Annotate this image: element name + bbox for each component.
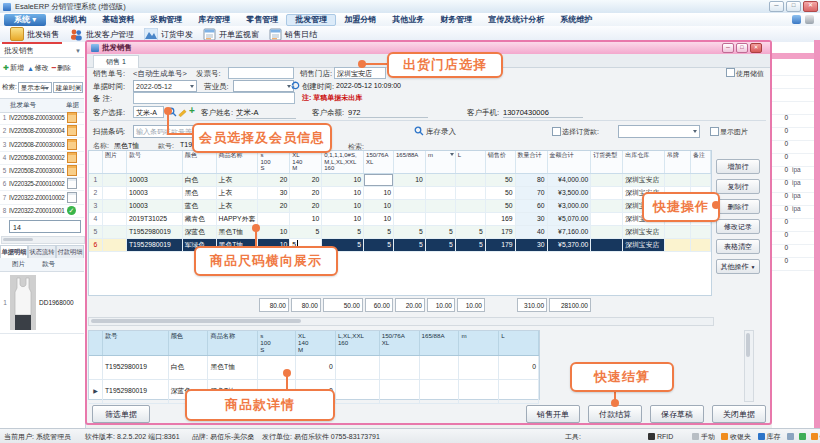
menu-item-6[interactable]: 零售管理 [238,14,286,26]
order-style-checkbox[interactable] [552,127,561,136]
status-screen-button[interactable] [799,433,808,440]
detail-column-header-3[interactable]: 商品名称 [208,331,258,355]
status-lock-button[interactable]: 锁屏 [811,432,820,442]
date-select[interactable]: 2022-05-12 [133,80,197,92]
detail-vscrollbar[interactable] [744,330,754,402]
clerk-select[interactable] [233,80,294,92]
sidebar-detail-row[interactable]: 1 DD1968000 [0,271,84,334]
window-close-button[interactable]: ✕ [803,1,818,12]
delete-row-button[interactable]: 删除行 [716,199,760,214]
column-header-8[interactable]: 150/76A XL [364,151,394,173]
invoice-input[interactable] [228,67,294,79]
dialog-close-button[interactable]: ✕ [750,43,762,53]
status-stock-search-button[interactable]: 库存 [758,432,781,442]
detail-table-row[interactable]: T1952980019白色黑色T恤00 [89,356,539,380]
menu-item-3[interactable]: 基础资料 [94,14,142,26]
column-header-1[interactable]: 图片 [103,151,127,173]
column-header-15[interactable]: 订货类型 [591,151,623,173]
tab-sale-1[interactable]: 销售 1 [93,55,139,68]
menu-item-5[interactable]: 库存管理 [190,14,238,26]
table-row[interactable]: 6T1952980019军绿色黑色T恤1055555517930¥5,370.0… [89,239,711,252]
column-header-12[interactable]: 销售价 [486,151,516,173]
detail-column-header-2[interactable]: 颜色 [169,331,209,355]
sidebar-edit-cell[interactable]: 14 [9,220,81,233]
filter-orders-button[interactable]: 筛选单据 [92,405,150,423]
sidebar-edit-button[interactable]: ▲修改 [27,63,49,73]
order-list-row[interactable]: 3IV220508-Z00030003 [0,138,84,152]
menu-item-11[interactable]: 宣传及统计分析 [480,14,552,26]
detail-column-header-5[interactable]: XL 140 M [296,331,336,355]
sidebar-sort-select[interactable]: 建单时间 [53,82,83,93]
toolbar-wholesale-sale[interactable]: 批发销售 [10,27,59,41]
column-header-7[interactable]: 0,1,1,1,0#S, M,L,XL,XXL 160 [322,151,364,173]
pay-settle-button[interactable]: 付款结算 [588,405,642,423]
status-rfid-button[interactable]: RFID [648,433,673,440]
toolbar-order-dispatch[interactable]: 订货申发 [144,28,193,41]
menu-item-2[interactable]: 组织机构 [46,14,94,26]
stock-entry-link[interactable]: 库存录入 [426,127,456,137]
dialog-minimize-button[interactable]: ─ [722,43,734,53]
sidebar-add-button[interactable]: ✚新增 [3,63,24,73]
status-grid-button[interactable] [787,433,796,440]
detail-column-header-9[interactable]: m [459,331,499,355]
sidebar-range-select[interactable]: 显示本年 [18,82,52,93]
detail-column-header-8[interactable]: 165/88A [420,331,460,355]
close-order-button[interactable]: 关闭单据 [712,405,766,423]
table-row[interactable]: 310003蓝色上衣202010105060¥3,000.00深圳宝安店 [89,200,711,213]
toolbar-wholesale-customer-mgmt[interactable]: 批发客户管理 [69,28,134,41]
add-row-button[interactable]: 增加行 [716,159,760,174]
column-header-5[interactable]: s 100 S [258,151,290,173]
column-header-14[interactable]: 金额合计 [548,151,592,173]
menu-item-1[interactable]: 系统 ▾ [4,14,46,26]
menu-item-9[interactable]: 其他业务 [384,14,432,26]
sidebar-tab-wholesale[interactable]: 批发销售 ▼ [0,44,84,58]
detail-column-header-1[interactable]: 款号 [103,331,169,355]
detail-column-header-6[interactable]: L,XL,XXL 160 [336,331,380,355]
detail-column-header-7[interactable]: 150/76A XL [380,331,420,355]
open-sale-button[interactable]: 销售开单 [526,405,580,423]
column-header-16[interactable]: 出库仓库 [623,151,665,173]
menu-item-12[interactable]: 系统维护 [552,14,600,26]
column-header-18[interactable]: 备注 [691,151,711,173]
menu-tool-icon-1[interactable] [792,15,801,24]
column-header-3[interactable]: 颜色 [183,151,217,173]
column-header-6[interactable]: XL 140 M [290,151,322,173]
edit-record-button[interactable]: 修改记录 [716,219,760,234]
column-header-2[interactable]: 款号 [127,151,183,173]
order-list-row[interactable]: 8IV220322-Z00010001✓ [0,204,84,218]
column-header-17[interactable]: 吊牌 [665,151,691,173]
menu-item-4[interactable]: 采购管理 [142,14,190,26]
column-header-4[interactable]: 商品名称 [217,151,259,173]
customer-add-icon[interactable]: + [189,105,195,116]
column-header-9[interactable]: 165/88A [394,151,426,173]
menu-item-8[interactable]: 加盟分销 [336,14,384,26]
sidebar-detail-tab-2[interactable]: 状态流转 [28,245,56,258]
table-row[interactable]: 42019T31025藏青色HAPPY外套10101016930¥5,070.0… [89,213,711,226]
more-actions-button[interactable]: 其他操作 ▼ [716,259,760,274]
customer-edit-icon[interactable] [178,107,188,117]
order-list-row[interactable]: 4IV220508-Z00030002 [0,151,84,165]
detail-column-header-4[interactable]: s 100 S [258,331,296,355]
clear-grid-button[interactable]: 表格清空 [716,239,760,254]
sidebar-detail-tab-1[interactable]: 单据明细 [0,245,28,258]
sync-icon[interactable] [291,81,300,90]
window-maximize-button[interactable]: □ [786,1,801,12]
save-draft-button[interactable]: 保存草稿 [650,405,704,423]
window-minimize-button[interactable]: ─ [769,1,784,12]
sidebar-detail-tab-3[interactable]: 付款明细 [56,245,84,258]
order-list-row[interactable]: 6IV220325-Z00010002 [0,177,84,191]
table-row[interactable]: 110003白色上衣202010105080¥4,000.00深圳宝安店 [89,174,711,187]
show-image-checkbox[interactable] [710,127,719,136]
dialog-maximize-button[interactable]: □ [736,43,748,53]
column-header-13[interactable]: 数量合计 [516,151,548,173]
order-list-row[interactable]: 2IV220508-Z00030004 [0,124,84,138]
memo-input[interactable] [133,92,295,104]
chevron-down-icon[interactable]: ▼ [75,48,81,54]
toolbar-billing-monitor[interactable]: 开单监视窗 [203,28,259,41]
copy-row-button[interactable]: 复制行 [716,179,760,194]
order-list-row[interactable]: 5IV220508-Z00030001 [0,164,84,178]
status-cashbox-button[interactable]: 收银夹 [721,432,751,442]
grid-hscrollbar[interactable] [88,317,714,326]
customer-input[interactable]: 艾米-A [133,106,164,118]
column-header-10[interactable]: m [426,151,456,173]
